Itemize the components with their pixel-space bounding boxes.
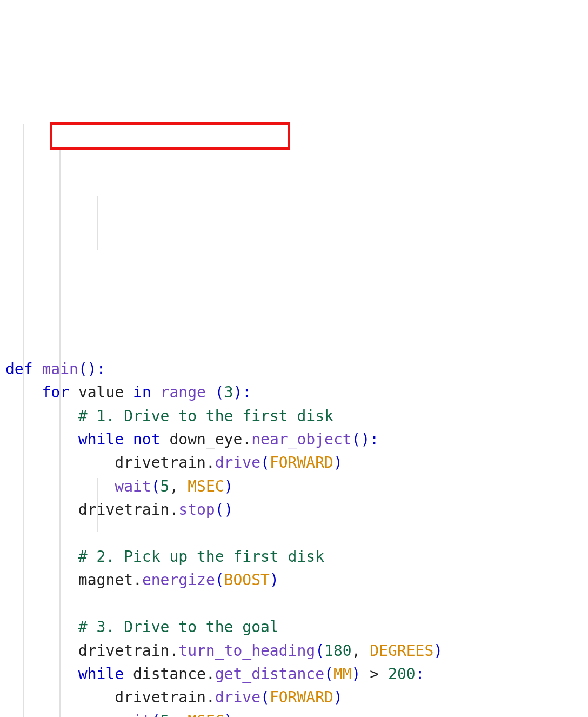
indent-guide <box>97 478 98 532</box>
code-line: while distance.get_distance(MM) > 200: <box>5 665 424 683</box>
code-line: # 1. Drive to the first disk <box>5 407 333 425</box>
code-line: wait(5, MSEC) <box>5 477 233 495</box>
code-block: def main(): for value in range (3): # 1.… <box>5 99 583 717</box>
code-line: wait(5, MSEC) <box>5 712 233 717</box>
code-line: drivetrain.turn_to_heading(180, DEGREES) <box>5 642 443 660</box>
code-line: while not down_eye.near_object(): <box>5 430 379 448</box>
code-line: for value in range (3): <box>5 383 251 401</box>
indent-guide <box>23 124 24 717</box>
code-line: def main(): <box>5 360 105 378</box>
indent-guide <box>59 148 61 717</box>
code-line: drivetrain.stop() <box>5 501 233 519</box>
code-line: drivetrain.drive(FORWARD) <box>5 454 343 472</box>
code-line <box>5 525 15 542</box>
indent-guide <box>97 196 98 250</box>
code-line: magnet.energize(BOOST) <box>5 571 279 589</box>
code-line <box>5 595 15 613</box>
code-line: # 3. Drive to the goal <box>5 618 279 636</box>
highlight-for-loop <box>50 122 290 150</box>
code-line: drivetrain.drive(FORWARD) <box>5 688 343 706</box>
code-line: # 2. Pick up the first disk <box>5 548 324 566</box>
